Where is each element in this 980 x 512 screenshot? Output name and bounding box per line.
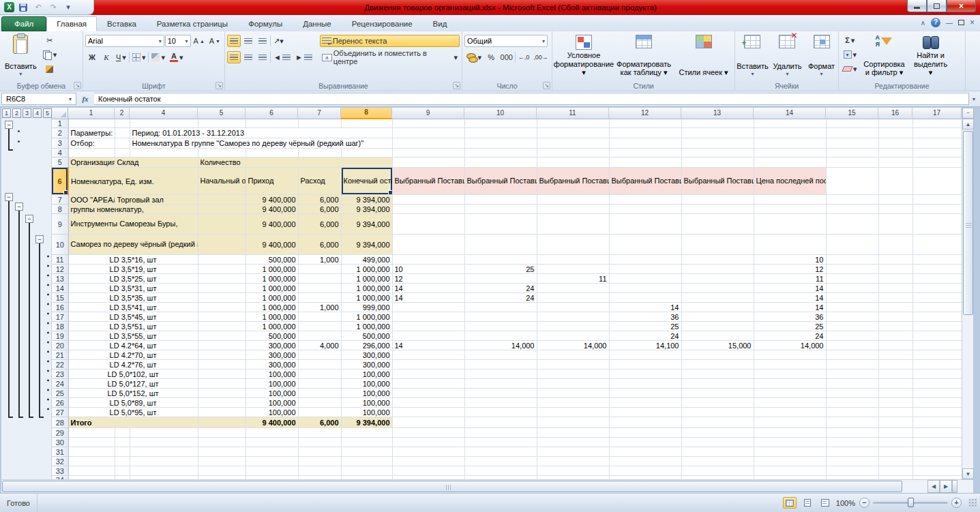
cell[interactable] — [681, 128, 754, 138]
cell[interactable] — [464, 379, 537, 389]
cell[interactable] — [68, 428, 115, 438]
cell[interactable] — [826, 341, 878, 350]
cell[interactable] — [609, 265, 681, 274]
cell[interactable]: Выбранный Поставщик 1 — [392, 168, 464, 195]
cell[interactable]: Выбранный Поставщик 2 — [464, 168, 537, 195]
cell[interactable]: 14 — [754, 303, 826, 312]
cell[interactable] — [392, 195, 464, 205]
cell[interactable] — [826, 312, 878, 322]
tab-Разметка страницы[interactable]: Разметка страницы — [147, 16, 238, 31]
cell[interactable] — [464, 138, 537, 149]
cell[interactable] — [912, 447, 962, 457]
cell[interactable] — [392, 119, 464, 128]
column-header-9[interactable]: 9 — [392, 108, 464, 119]
cell[interactable] — [115, 119, 130, 128]
cell[interactable] — [826, 119, 878, 128]
cell[interactable] — [912, 360, 962, 370]
cell[interactable] — [198, 417, 246, 428]
cell[interactable] — [341, 428, 392, 438]
cell[interactable] — [878, 214, 912, 235]
row-header-4[interactable]: 4 — [52, 149, 68, 157]
cell[interactable] — [392, 255, 464, 265]
grow-font-button[interactable]: А▲ — [192, 35, 207, 47]
cell[interactable] — [537, 128, 609, 138]
cell[interactable] — [826, 379, 878, 389]
cell[interactable] — [912, 168, 962, 195]
cell[interactable] — [68, 149, 115, 157]
cell[interactable] — [392, 205, 464, 214]
cell[interactable] — [878, 284, 912, 293]
cell[interactable]: 24 — [464, 293, 537, 303]
cell[interactable] — [912, 428, 962, 438]
cell[interactable] — [609, 398, 681, 408]
cell[interactable] — [341, 119, 392, 128]
select-all-corner[interactable] — [52, 108, 68, 119]
cell[interactable] — [537, 235, 609, 255]
cell[interactable] — [298, 322, 341, 331]
cell[interactable]: 300,000 — [341, 350, 392, 360]
cell[interactable] — [878, 138, 912, 149]
row-header-10[interactable]: 10 — [52, 235, 68, 255]
cell[interactable]: 6,000 — [298, 195, 341, 205]
cell[interactable] — [826, 331, 878, 341]
cell[interactable] — [681, 235, 754, 255]
cell[interactable] — [246, 466, 298, 476]
fill-color-button[interactable]: ▾ — [149, 51, 167, 63]
cell[interactable]: LD 3,5*55, шт — [68, 331, 198, 341]
column-header-2[interactable]: 2 — [115, 108, 130, 119]
cell[interactable] — [754, 350, 826, 360]
cell[interactable] — [681, 214, 754, 235]
cell[interactable]: 1 000,000 — [246, 274, 298, 284]
cell[interactable]: 1 000,000 — [246, 303, 298, 312]
align-bottom-button[interactable] — [256, 35, 269, 47]
cell[interactable] — [826, 398, 878, 408]
cell[interactable] — [826, 322, 878, 331]
cell[interactable] — [464, 457, 537, 466]
normal-view-button[interactable] — [783, 497, 797, 509]
cell[interactable] — [298, 274, 341, 284]
collapse-group-icon[interactable]: − — [25, 215, 33, 223]
cell[interactable] — [537, 119, 609, 128]
cell[interactable] — [298, 119, 341, 128]
formula-input[interactable]: Конечный остаток — [94, 93, 969, 105]
cell[interactable] — [912, 255, 962, 265]
cell[interactable]: 500,000 — [341, 331, 392, 341]
tab-Формулы[interactable]: Формулы — [238, 16, 293, 31]
column-header-6[interactable]: 6 — [246, 108, 298, 119]
cell[interactable] — [392, 312, 464, 322]
cell[interactable] — [198, 205, 246, 214]
cell[interactable] — [464, 389, 537, 398]
cell[interactable] — [912, 119, 962, 128]
cell[interactable]: Номенклатура В группе "Саморез по дереву… — [130, 138, 392, 149]
cell[interactable]: 1 000,000 — [246, 265, 298, 274]
clipboard-dialog-launcher-icon[interactable]: ↘ — [74, 82, 81, 89]
cell[interactable]: 500,000 — [246, 331, 298, 341]
expand-formula-bar-icon[interactable]: ▾ — [969, 96, 979, 102]
row-header-23[interactable]: 23 — [52, 370, 68, 379]
cell[interactable] — [464, 370, 537, 379]
cell[interactable] — [826, 360, 878, 370]
cell[interactable]: 1 000,000 — [341, 265, 392, 274]
row-header-18[interactable]: 18 — [52, 322, 68, 331]
cell[interactable] — [464, 350, 537, 360]
cell[interactable] — [826, 438, 878, 447]
wrap-text-button[interactable]: Перенос текста — [320, 35, 460, 47]
cell[interactable]: 1,000 — [298, 303, 341, 312]
column-header-4[interactable]: 4 — [130, 108, 198, 119]
cell[interactable] — [130, 149, 198, 157]
cell[interactable] — [609, 417, 681, 428]
copy-button[interactable]: ▾ — [41, 48, 59, 61]
cell[interactable]: Отбор: — [68, 138, 115, 149]
cell[interactable] — [537, 265, 609, 274]
cell[interactable] — [392, 447, 464, 457]
cell[interactable] — [754, 428, 826, 438]
cell[interactable] — [115, 428, 130, 438]
zoom-out-icon[interactable]: − — [859, 498, 870, 508]
cell[interactable] — [912, 438, 962, 447]
cell[interactable] — [198, 341, 246, 350]
cell[interactable] — [68, 466, 115, 476]
cell[interactable] — [298, 360, 341, 370]
cell[interactable] — [609, 235, 681, 255]
row-header-11[interactable]: 11 — [52, 255, 68, 265]
cell[interactable] — [878, 195, 912, 205]
